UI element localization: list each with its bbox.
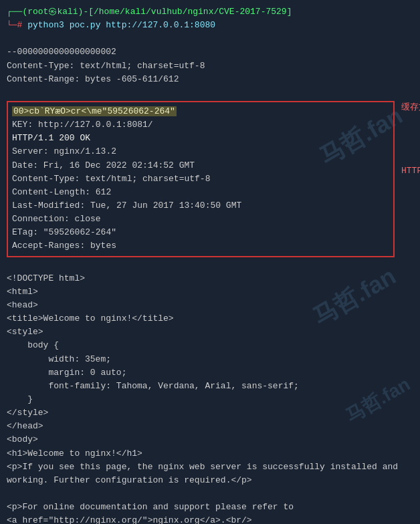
ctype-line: Content-Type: text/html; charset=utf-8 <box>12 172 389 186</box>
blank2 <box>7 86 413 100</box>
head-close: </head> <box>7 420 413 433</box>
header1: Content-Type: text/html; charset=utf-8 <box>7 59 413 73</box>
clength-line: Content-Length: 612 <box>12 186 389 199</box>
server-line: Server: nginx/1.13.2 <box>12 145 389 158</box>
cache-line: 00>cb`RYæO>cr<\me"59526062-264" <box>12 105 389 118</box>
style-close: </style> <box>7 406 413 420</box>
etag-line: ETag: "59526062-264" <box>12 226 389 239</box>
header2: Content-Range: bytes -605-611/612 <box>7 73 413 86</box>
prompt-line1: ┌──(root㉿kali)-[/home/kali/vulhub/nginx/… <box>7 5 413 19</box>
blank4 <box>7 487 413 501</box>
width-rule: width: 35em; <box>7 353 413 366</box>
info-box-container: 00>cb`RYæO>cr<\me"59526062-264" KEY: htt… <box>7 101 413 257</box>
connection-line: Connection: close <box>12 213 389 226</box>
command: python3 poc.py http://127.0.0.1:8080 <box>27 20 215 30</box>
accept-ranges-line: Accept-Ranges: bytes <box>12 239 389 253</box>
http-ok: HTTP/1.1 200 OK <box>12 132 389 145</box>
cache-filename: 00>cb`RYæO>cr<\me"59526062-264" <box>12 106 177 116</box>
h1-line: <h1>Welcome to nginx!</h1> <box>7 447 413 461</box>
close-brace: } <box>7 393 413 406</box>
red-border-box: 00>cb`RYæO>cr<\me"59526062-264" KEY: htt… <box>7 101 395 257</box>
annotation-cache: 缓存文件夹名 <box>401 101 420 113</box>
lmodified-line: Last-Modified: Tue, 27 Jun 2017 13:40:50… <box>12 199 389 213</box>
style-open: <style> <box>7 325 413 339</box>
doctype: <!DOCTYPE html> <box>7 272 413 285</box>
p1b-line: working. Further configuration is requir… <box>7 474 413 487</box>
annotation-http: HTTP报文头 <box>401 164 420 176</box>
prompt-line2: └─# python3 poc.py http://127.0.0.1:8080 <box>7 19 413 32</box>
font-rule: font-family: Tahoma, Verdana, Arial, san… <box>7 380 413 393</box>
a1-line: <a href="http://nginx.org/">nginx.org</a… <box>7 514 413 524</box>
blank3 <box>7 259 413 272</box>
title-line: <title>Welcome to nginx!</title> <box>7 312 413 325</box>
margin-rule: margin: 0 auto; <box>7 366 413 380</box>
date-line: Date: Fri, 16 Dec 2022 02:14:52 GMT <box>12 159 389 172</box>
html-open: <html> <box>7 285 413 299</box>
prompt-user: ┌──(root㉿kali)-[/home/kali/vulhub/nginx/… <box>7 7 292 17</box>
key-line: KEY: http://127.0.0.1:8081/ <box>12 118 389 132</box>
p1-line: <p>If you see this page, the nginx web s… <box>7 461 413 474</box>
separator1: --0000000000000000002 <box>7 45 413 59</box>
p2-line: <p>For online documentation and support … <box>7 501 413 514</box>
blank1 <box>7 32 413 45</box>
head-open: <head> <box>7 299 413 312</box>
body-rule: body { <box>7 339 413 352</box>
body-open: <body> <box>7 433 413 446</box>
